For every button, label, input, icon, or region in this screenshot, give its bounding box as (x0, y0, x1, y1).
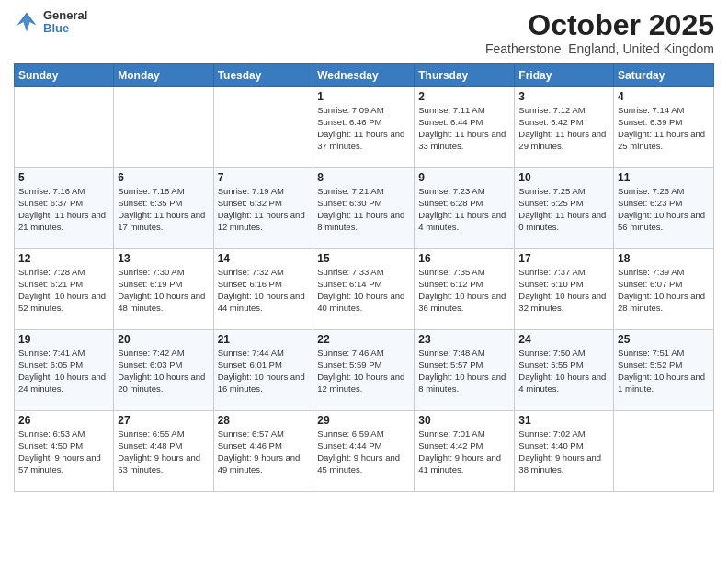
day-number: 26 (18, 414, 109, 427)
calendar-cell: 16Sunrise: 7:35 AM Sunset: 6:12 PM Dayli… (415, 249, 515, 330)
calendar-cell: 5Sunrise: 7:16 AM Sunset: 6:37 PM Daylig… (15, 168, 114, 249)
calendar-week-2: 5Sunrise: 7:16 AM Sunset: 6:37 PM Daylig… (15, 168, 714, 249)
calendar-table: SundayMondayTuesdayWednesdayThursdayFrid… (14, 63, 714, 492)
day-number: 11 (618, 171, 710, 184)
calendar-cell: 6Sunrise: 7:18 AM Sunset: 6:35 PM Daylig… (114, 168, 213, 249)
day-info: Sunrise: 7:51 AM Sunset: 5:52 PM Dayligh… (618, 348, 710, 395)
day-info: Sunrise: 7:12 AM Sunset: 6:42 PM Dayligh… (518, 105, 609, 152)
day-number: 12 (18, 252, 109, 265)
header: General Blue October 2025 Featherstone, … (14, 9, 714, 56)
day-number: 21 (218, 333, 310, 346)
calendar-cell: 25Sunrise: 7:51 AM Sunset: 5:52 PM Dayli… (614, 330, 714, 411)
day-info: Sunrise: 7:32 AM Sunset: 6:16 PM Dayligh… (218, 267, 310, 314)
calendar-cell: 28Sunrise: 6:57 AM Sunset: 4:46 PM Dayli… (213, 411, 313, 492)
calendar-cell: 1Sunrise: 7:09 AM Sunset: 6:46 PM Daylig… (313, 87, 415, 168)
calendar-cell: 29Sunrise: 6:59 AM Sunset: 4:44 PM Dayli… (313, 411, 415, 492)
day-number: 23 (418, 333, 510, 346)
day-number: 20 (118, 333, 209, 346)
calendar-header-sunday: Sunday (15, 64, 114, 87)
calendar-cell: 30Sunrise: 7:01 AM Sunset: 4:42 PM Dayli… (415, 411, 515, 492)
day-number: 10 (518, 171, 609, 184)
calendar-cell: 21Sunrise: 7:44 AM Sunset: 6:01 PM Dayli… (213, 330, 313, 411)
day-info: Sunrise: 6:53 AM Sunset: 4:50 PM Dayligh… (18, 429, 109, 476)
day-number: 15 (317, 252, 410, 265)
day-info: Sunrise: 7:48 AM Sunset: 5:57 PM Dayligh… (418, 348, 510, 395)
day-info: Sunrise: 7:09 AM Sunset: 6:46 PM Dayligh… (317, 105, 410, 152)
day-number: 8 (317, 171, 410, 184)
day-info: Sunrise: 6:59 AM Sunset: 4:44 PM Dayligh… (317, 429, 410, 476)
day-info: Sunrise: 7:01 AM Sunset: 4:42 PM Dayligh… (418, 429, 510, 476)
calendar-cell: 18Sunrise: 7:39 AM Sunset: 6:07 PM Dayli… (614, 249, 714, 330)
day-info: Sunrise: 7:28 AM Sunset: 6:21 PM Dayligh… (18, 267, 109, 314)
calendar-page: General Blue October 2025 Featherstone, … (0, 0, 728, 563)
day-info: Sunrise: 7:02 AM Sunset: 4:40 PM Dayligh… (518, 429, 609, 476)
calendar-header-saturday: Saturday (614, 64, 714, 87)
calendar-cell: 10Sunrise: 7:25 AM Sunset: 6:25 PM Dayli… (515, 168, 614, 249)
calendar-week-3: 12Sunrise: 7:28 AM Sunset: 6:21 PM Dayli… (15, 249, 714, 330)
day-info: Sunrise: 7:11 AM Sunset: 6:44 PM Dayligh… (418, 105, 510, 152)
day-number: 5 (18, 171, 109, 184)
day-info: Sunrise: 7:30 AM Sunset: 6:19 PM Dayligh… (118, 267, 209, 314)
day-info: Sunrise: 6:57 AM Sunset: 4:46 PM Dayligh… (218, 429, 310, 476)
day-info: Sunrise: 7:50 AM Sunset: 5:55 PM Dayligh… (518, 348, 609, 395)
calendar-cell: 8Sunrise: 7:21 AM Sunset: 6:30 PM Daylig… (313, 168, 415, 249)
calendar-cell (15, 87, 114, 168)
calendar-header-thursday: Thursday (415, 64, 515, 87)
calendar-cell: 17Sunrise: 7:37 AM Sunset: 6:10 PM Dayli… (515, 249, 614, 330)
day-number: 9 (418, 171, 510, 184)
calendar-cell (213, 87, 313, 168)
calendar-cell (614, 411, 714, 492)
calendar-cell: 19Sunrise: 7:41 AM Sunset: 6:05 PM Dayli… (15, 330, 114, 411)
day-info: Sunrise: 7:46 AM Sunset: 5:59 PM Dayligh… (317, 348, 410, 395)
calendar-cell: 24Sunrise: 7:50 AM Sunset: 5:55 PM Dayli… (515, 330, 614, 411)
calendar-cell: 11Sunrise: 7:26 AM Sunset: 6:23 PM Dayli… (614, 168, 714, 249)
day-number: 24 (518, 333, 609, 346)
day-info: Sunrise: 6:55 AM Sunset: 4:48 PM Dayligh… (118, 429, 209, 476)
day-info: Sunrise: 7:41 AM Sunset: 6:05 PM Dayligh… (18, 348, 109, 395)
calendar-header-monday: Monday (114, 64, 213, 87)
day-number: 19 (18, 333, 109, 346)
day-info: Sunrise: 7:14 AM Sunset: 6:39 PM Dayligh… (618, 105, 710, 152)
calendar-week-4: 19Sunrise: 7:41 AM Sunset: 6:05 PM Dayli… (15, 330, 714, 411)
logo-icon (14, 9, 40, 35)
calendar-cell: 9Sunrise: 7:23 AM Sunset: 6:28 PM Daylig… (415, 168, 515, 249)
day-number: 17 (518, 252, 609, 265)
calendar-cell: 20Sunrise: 7:42 AM Sunset: 6:03 PM Dayli… (114, 330, 213, 411)
calendar-header-tuesday: Tuesday (213, 64, 313, 87)
day-info: Sunrise: 7:44 AM Sunset: 6:01 PM Dayligh… (218, 348, 310, 395)
logo-general-text: General (43, 9, 87, 22)
calendar-week-1: 1Sunrise: 7:09 AM Sunset: 6:46 PM Daylig… (15, 87, 714, 168)
calendar-cell: 13Sunrise: 7:30 AM Sunset: 6:19 PM Dayli… (114, 249, 213, 330)
day-info: Sunrise: 7:42 AM Sunset: 6:03 PM Dayligh… (118, 348, 209, 395)
day-number: 4 (618, 90, 710, 103)
day-number: 14 (218, 252, 310, 265)
day-number: 18 (618, 252, 710, 265)
calendar-header-row: SundayMondayTuesdayWednesdayThursdayFrid… (15, 64, 714, 87)
day-number: 2 (418, 90, 510, 103)
calendar-cell: 7Sunrise: 7:19 AM Sunset: 6:32 PM Daylig… (213, 168, 313, 249)
logo: General Blue (14, 9, 87, 36)
calendar-cell (114, 87, 213, 168)
day-info: Sunrise: 7:39 AM Sunset: 6:07 PM Dayligh… (618, 267, 710, 314)
calendar-header-friday: Friday (515, 64, 614, 87)
logo-blue-text: Blue (43, 22, 87, 35)
day-info: Sunrise: 7:37 AM Sunset: 6:10 PM Dayligh… (518, 267, 609, 314)
calendar-header-wednesday: Wednesday (313, 64, 415, 87)
day-info: Sunrise: 7:26 AM Sunset: 6:23 PM Dayligh… (618, 186, 710, 233)
calendar-week-5: 26Sunrise: 6:53 AM Sunset: 4:50 PM Dayli… (15, 411, 714, 492)
day-info: Sunrise: 7:16 AM Sunset: 6:37 PM Dayligh… (18, 186, 109, 233)
day-info: Sunrise: 7:18 AM Sunset: 6:35 PM Dayligh… (118, 186, 209, 233)
day-number: 22 (317, 333, 410, 346)
day-info: Sunrise: 7:35 AM Sunset: 6:12 PM Dayligh… (418, 267, 510, 314)
day-number: 13 (118, 252, 209, 265)
day-number: 30 (418, 414, 510, 427)
day-info: Sunrise: 7:33 AM Sunset: 6:14 PM Dayligh… (317, 267, 410, 314)
day-number: 7 (218, 171, 310, 184)
calendar-cell: 3Sunrise: 7:12 AM Sunset: 6:42 PM Daylig… (515, 87, 614, 168)
location: Featherstone, England, United Kingdom (485, 41, 714, 56)
month-title: October 2025 (485, 9, 714, 41)
calendar-cell: 12Sunrise: 7:28 AM Sunset: 6:21 PM Dayli… (15, 249, 114, 330)
svg-marker-1 (18, 15, 35, 31)
title-section: October 2025 Featherstone, England, Unit… (485, 9, 714, 56)
day-number: 31 (518, 414, 609, 427)
